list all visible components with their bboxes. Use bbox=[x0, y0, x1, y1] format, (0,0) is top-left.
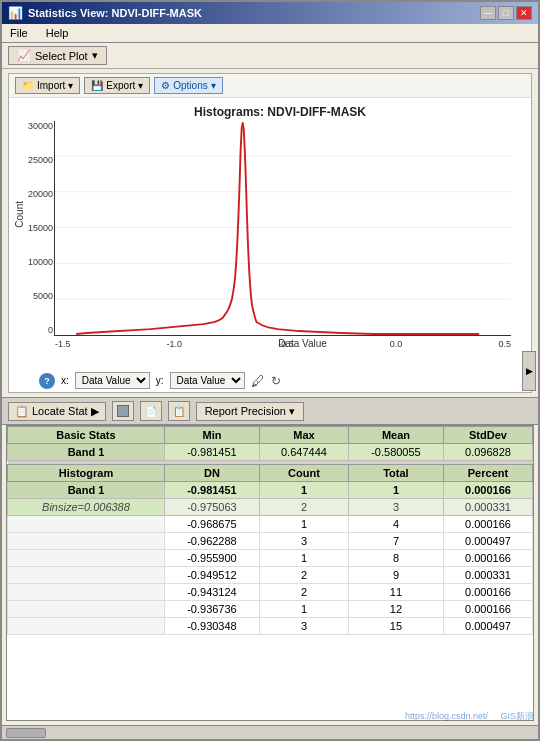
locate-stat-button[interactable]: 📋 Locate Stat ▶ bbox=[8, 402, 106, 421]
menu-bar: File Help bbox=[2, 24, 538, 43]
close-button[interactable]: ✕ bbox=[516, 6, 532, 20]
main-window: 📊 Statistics View: NDVI-DIFF-MASK — □ ✕ … bbox=[0, 0, 540, 741]
dropdown-arrow-icon: ▾ bbox=[92, 49, 98, 62]
table-row: -0.968675 1 4 0.000166 bbox=[8, 516, 533, 533]
stats-table: Basic Stats Min Max Mean StdDev Band 1 -… bbox=[7, 426, 533, 635]
data-count: 3 bbox=[259, 533, 348, 550]
table-row: -0.936736 1 12 0.000166 bbox=[8, 601, 533, 618]
y-tick-labels: 30000 25000 20000 15000 10000 5000 0 bbox=[17, 121, 53, 335]
table-row: -0.955900 1 8 0.000166 bbox=[8, 550, 533, 567]
chart-icon: 📈 bbox=[17, 49, 31, 62]
data-percent: 0.000331 bbox=[443, 567, 532, 584]
chart-axis-area: 30000 25000 20000 15000 10000 5000 0 bbox=[54, 121, 511, 336]
data-dn: -0.962288 bbox=[164, 533, 259, 550]
binsize-total: 3 bbox=[348, 499, 443, 516]
data-label bbox=[8, 533, 165, 550]
menu-help[interactable]: Help bbox=[42, 26, 73, 40]
bottom-scrollbar[interactable] bbox=[2, 725, 538, 739]
data-label bbox=[8, 601, 165, 618]
options-dropdown-icon: ▾ bbox=[211, 80, 216, 91]
chart-controls: ? x: Data Value y: Data Value 🖊 ↻ bbox=[9, 369, 531, 392]
select-plot-toolbar: 📈 Select Plot ▾ bbox=[2, 43, 538, 69]
data-dn: -0.930348 bbox=[164, 618, 259, 635]
data-count: 2 bbox=[259, 584, 348, 601]
data-count: 1 bbox=[259, 601, 348, 618]
col-max: Max bbox=[259, 427, 348, 444]
x-axis-prefix: x: bbox=[61, 375, 69, 386]
data-total: 8 bbox=[348, 550, 443, 567]
data-total: 4 bbox=[348, 516, 443, 533]
select-plot-button[interactable]: 📈 Select Plot ▾ bbox=[8, 46, 107, 65]
small-icon-btn-2[interactable]: 📄 bbox=[140, 401, 162, 421]
edit-icon[interactable]: 🖊 bbox=[251, 373, 265, 389]
data-total: 9 bbox=[348, 567, 443, 584]
hist-band-label: Band 1 bbox=[8, 482, 165, 499]
scrollbar-thumb[interactable] bbox=[6, 728, 46, 738]
bottom-toolbar: 📋 Locate Stat ▶ 📄 📋 Report Precision ▾ bbox=[2, 397, 538, 425]
data-percent: 0.000166 bbox=[443, 584, 532, 601]
basic-stats-band-row: Band 1 -0.981451 0.647444 -0.580055 0.09… bbox=[8, 444, 533, 461]
data-label bbox=[8, 516, 165, 533]
histogram-band-row: Band 1 -0.981451 1 1 0.000166 bbox=[8, 482, 533, 499]
options-button[interactable]: ⚙ Options ▾ bbox=[154, 77, 222, 94]
data-total: 15 bbox=[348, 618, 443, 635]
small-icon-btn-3[interactable]: 📋 bbox=[168, 401, 190, 421]
hist-band-percent: 0.000166 bbox=[443, 482, 532, 499]
scroll-right-button[interactable]: ▶ bbox=[522, 351, 536, 391]
binsize-count: 2 bbox=[259, 499, 348, 516]
table-row: -0.930348 3 15 0.000497 bbox=[8, 618, 533, 635]
minimize-button[interactable]: — bbox=[480, 6, 496, 20]
data-dn: -0.936736 bbox=[164, 601, 259, 618]
stats-table-area[interactable]: Basic Stats Min Max Mean StdDev Band 1 -… bbox=[6, 425, 534, 721]
x-tick-05: 0.5 bbox=[498, 339, 511, 349]
table-row: -0.962288 3 7 0.000497 bbox=[8, 533, 533, 550]
small-icon-1 bbox=[117, 405, 129, 417]
import-button[interactable]: 📁 Import ▾ bbox=[15, 77, 80, 94]
report-precision-button[interactable]: Report Precision ▾ bbox=[196, 402, 304, 421]
data-percent: 0.000166 bbox=[443, 550, 532, 567]
x-tick-labels: -1.5 -1.0 -0.5 0.0 0.5 bbox=[55, 339, 511, 349]
chart-title: Histograms: NDVI-DIFF-MASK bbox=[39, 105, 521, 119]
band-label: Band 1 bbox=[8, 444, 165, 461]
small-icon-btn-1[interactable] bbox=[112, 401, 134, 421]
import-dropdown-icon: ▾ bbox=[68, 80, 73, 91]
menu-file[interactable]: File bbox=[6, 26, 32, 40]
y-tick-30000: 30000 bbox=[17, 121, 53, 131]
histogram-header: Histogram DN Count Total Percent bbox=[8, 465, 533, 482]
y-axis-select[interactable]: Data Value bbox=[170, 372, 245, 389]
info-icon[interactable]: ? bbox=[39, 373, 55, 389]
data-label bbox=[8, 567, 165, 584]
col-count: Count bbox=[259, 465, 348, 482]
options-icon: ⚙ bbox=[161, 80, 170, 91]
table-row: -0.943124 2 11 0.000166 bbox=[8, 584, 533, 601]
col-histogram: Histogram bbox=[8, 465, 165, 482]
export-dropdown-icon: ▾ bbox=[138, 80, 143, 91]
hist-band-total: 1 bbox=[348, 482, 443, 499]
chart-area: 📁 Import ▾ 💾 Export ▾ ⚙ Options ▾ Histog… bbox=[8, 73, 532, 393]
locate-icon: 📋 bbox=[15, 405, 29, 418]
maximize-button[interactable]: □ bbox=[498, 6, 514, 20]
refresh-icon[interactable]: ↻ bbox=[271, 374, 281, 388]
locate-stat-label: Locate Stat bbox=[32, 405, 88, 417]
export-button[interactable]: 💾 Export ▾ bbox=[84, 77, 150, 94]
col-basic-stats: Basic Stats bbox=[8, 427, 165, 444]
col-mean: Mean bbox=[348, 427, 443, 444]
data-count: 1 bbox=[259, 550, 348, 567]
data-label bbox=[8, 584, 165, 601]
x-tick-neg15: -1.5 bbox=[55, 339, 71, 349]
y-tick-0: 0 bbox=[17, 325, 53, 335]
data-percent: 0.000497 bbox=[443, 533, 532, 550]
y-tick-25000: 25000 bbox=[17, 155, 53, 165]
x-tick-neg05: -0.5 bbox=[278, 339, 294, 349]
col-dn: DN bbox=[164, 465, 259, 482]
data-total: 7 bbox=[348, 533, 443, 550]
chart-toolbar: 📁 Import ▾ 💾 Export ▾ ⚙ Options ▾ bbox=[9, 74, 531, 98]
bottom-panel: 📋 Locate Stat ▶ 📄 📋 Report Precision ▾ bbox=[2, 397, 538, 739]
col-stddev: StdDev bbox=[443, 427, 532, 444]
y-tick-5000: 5000 bbox=[17, 291, 53, 301]
x-axis-select[interactable]: Data Value bbox=[75, 372, 150, 389]
x-tick-neg10: -1.0 bbox=[167, 339, 183, 349]
title-bar: 📊 Statistics View: NDVI-DIFF-MASK — □ ✕ bbox=[2, 2, 538, 24]
select-plot-label: Select Plot bbox=[35, 50, 88, 62]
col-min: Min bbox=[164, 427, 259, 444]
